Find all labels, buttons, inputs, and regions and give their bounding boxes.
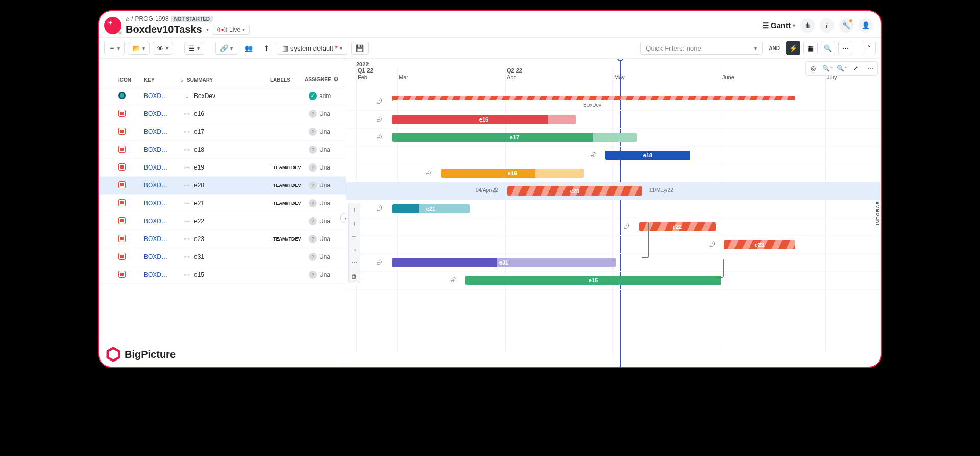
table-row[interactable]: BOXD…⊶e18?Una xyxy=(99,141,346,159)
table-row[interactable]: BOXD…⊶e23TEAM#TDEV?Una xyxy=(99,230,346,248)
tree-toggle-icon[interactable]: ⌄ xyxy=(180,93,194,99)
table-row[interactable]: BOXD…⊶e22?Una xyxy=(99,212,346,230)
gantt-more-button[interactable]: ⋯ xyxy=(864,63,876,74)
gantt-row[interactable]: ⮵BoxDev xyxy=(346,93,881,111)
table-row[interactable]: BOXD…⊶e20TEAM#TDEV?Una xyxy=(99,177,346,195)
gantt-row[interactable]: ⮵e16 xyxy=(346,111,881,129)
issue-key[interactable]: BOXD… xyxy=(144,200,180,207)
gantt-row[interactable]: ⮵e2004/Apr/2211/May/22 xyxy=(346,182,881,200)
tree-toggle-icon[interactable]: ⊶ xyxy=(180,253,194,260)
calendar-button[interactable]: ▦ xyxy=(803,41,818,55)
issue-key[interactable]: BOXD… xyxy=(144,92,180,100)
gantt-row[interactable]: ⮵e21 xyxy=(346,200,881,218)
gantt-bar[interactable]: e15 xyxy=(465,276,721,285)
table-row[interactable]: BOXD…⊶e21TEAM#TDEV?Una xyxy=(99,195,346,212)
focus-today-button[interactable]: ◎ xyxy=(807,63,819,74)
gantt-row[interactable]: ⮵e22 xyxy=(346,218,881,236)
export-button[interactable]: ⬆ xyxy=(260,42,274,54)
move-up-button[interactable]: ↑ xyxy=(349,203,360,217)
gantt-bar[interactable]: e16 xyxy=(392,115,576,124)
move-down-button[interactable]: ↓ xyxy=(349,217,360,230)
assignee-cell[interactable]: ✓adm xyxy=(309,92,339,100)
gantt-bar[interactable]: e21 xyxy=(392,204,470,213)
issue-key[interactable]: BOXD… xyxy=(144,271,180,278)
live-toggle[interactable]: ((●))Live▾ xyxy=(213,25,250,35)
zoom-out-button[interactable]: 🔍⁻ xyxy=(821,63,834,74)
table-row[interactable]: BOXD…⊶e19TEAM#TDEV?Una xyxy=(99,159,346,177)
zoom-in-button[interactable]: 🔍⁺ xyxy=(836,63,848,74)
link-button[interactable]: 🔗▾ xyxy=(215,42,237,55)
infobar-tab[interactable]: INFOBAR xyxy=(874,196,881,230)
summary-cell[interactable]: e17 xyxy=(194,128,273,135)
gantt-bar[interactable]: e20 xyxy=(507,186,642,196)
gantt-row[interactable]: ⮵e23 xyxy=(346,236,881,254)
search-button[interactable]: 🔍 xyxy=(821,41,835,55)
team-button[interactable]: 👥 xyxy=(240,42,257,54)
summary-cell[interactable]: e16 xyxy=(194,110,273,117)
issue-key[interactable]: BOXD… xyxy=(144,110,180,117)
assignee-cell[interactable]: ?Una xyxy=(309,253,339,261)
delete-button[interactable]: 🗑 xyxy=(349,270,360,283)
issue-key[interactable]: BOXD… xyxy=(144,128,180,135)
gantt-row[interactable]: ⮵e31 xyxy=(346,254,881,272)
summary-cell[interactable]: e19 xyxy=(194,164,273,171)
add-button[interactable]: ＋▾ xyxy=(104,41,125,55)
info-icon[interactable]: 𝒊 xyxy=(820,18,834,33)
gantt-row[interactable]: ⮵e18 xyxy=(346,147,881,164)
tree-toggle-icon[interactable]: ⊶ xyxy=(180,200,194,207)
summary-cell[interactable]: e15 xyxy=(194,271,273,278)
collapse-right-button[interactable]: ˄ xyxy=(862,41,876,55)
tree-toggle-icon[interactable]: ⊶ xyxy=(180,128,194,135)
assignee-cell[interactable]: ?Una xyxy=(309,217,339,225)
gantt-bar[interactable]: e23 xyxy=(724,240,795,249)
summary-cell[interactable]: e21 xyxy=(194,200,273,207)
table-row[interactable]: BOXD…⊶e17?Una xyxy=(99,123,346,141)
col-summary[interactable]: ⌄SUMMARY xyxy=(180,77,270,83)
save-layout-button[interactable]: 💾 xyxy=(351,42,369,55)
assignee-cell[interactable]: ?Una xyxy=(309,163,339,172)
tree-toggle-icon[interactable]: ⊶ xyxy=(180,110,194,117)
align-button[interactable]: ☰▾ xyxy=(184,42,204,55)
summary-bar[interactable] xyxy=(392,96,795,100)
page-title[interactable]: Boxdev10Tasks xyxy=(126,23,202,35)
table-row[interactable]: BOXD…⊶e31?Una xyxy=(99,248,346,266)
table-row[interactable]: BOXD…⊶e16?Una xyxy=(99,105,346,123)
summary-cell[interactable]: e22 xyxy=(194,218,273,225)
user-icon[interactable]: 👤 xyxy=(859,18,873,33)
gantt-row[interactable]: ⮵e15 xyxy=(346,272,881,290)
layout-selector[interactable]: ▥ system default * ▾ xyxy=(277,42,348,55)
assignee-cell[interactable]: ?Una xyxy=(309,110,339,118)
app-logo-icon[interactable]: ★ xyxy=(104,17,121,34)
view-mode-selector[interactable]: ☰ Gantt ▾ xyxy=(762,21,795,30)
gantt-bar[interactable]: e17 xyxy=(392,133,637,142)
issue-key[interactable]: BOXD… xyxy=(144,218,180,225)
tools-icon[interactable]: 🔧 xyxy=(839,18,853,33)
home-icon[interactable]: ⌂ xyxy=(126,15,129,22)
assignee-cell[interactable]: ?Una xyxy=(309,146,339,154)
col-labels[interactable]: LABELS xyxy=(270,77,305,83)
table-row[interactable]: BOXD…⊶e15?Una xyxy=(99,266,346,284)
assignee-cell[interactable]: ?Una xyxy=(309,235,339,243)
col-assignee[interactable]: ASSIGNEE⚙ xyxy=(305,76,339,83)
outdent-button[interactable]: ← xyxy=(349,230,360,243)
tree-toggle-icon[interactable]: ⊶ xyxy=(180,146,194,153)
tree-toggle-icon[interactable]: ⊶ xyxy=(180,182,194,189)
issue-key[interactable]: BOXD… xyxy=(144,146,180,153)
gantt-bar[interactable]: e19 xyxy=(441,169,584,178)
summary-cell[interactable]: e20 xyxy=(194,182,273,189)
more-button[interactable]: ⋯ xyxy=(838,41,852,55)
share-icon[interactable]: ⋔ xyxy=(800,18,815,33)
gantt-row[interactable]: ⮵e19 xyxy=(346,164,881,182)
issue-key[interactable]: BOXD… xyxy=(144,182,180,189)
assignee-cell[interactable]: ?Una xyxy=(309,199,339,207)
assignee-cell[interactable]: ?Una xyxy=(309,128,339,136)
col-icon[interactable]: ICON xyxy=(118,77,144,83)
summary-cell[interactable]: e23 xyxy=(194,235,273,243)
open-button[interactable]: 📂▾ xyxy=(128,42,150,55)
assignee-cell[interactable]: ?Una xyxy=(309,271,339,279)
gantt-bar[interactable]: e31 xyxy=(392,258,616,267)
gantt-bar[interactable]: e18 xyxy=(605,151,690,160)
breadcrumb-prog[interactable]: PROG-1998 xyxy=(135,15,169,22)
tree-toggle-icon[interactable]: ⊶ xyxy=(180,218,194,225)
quick-filters[interactable]: Quick Filters: none▾ xyxy=(640,42,763,55)
